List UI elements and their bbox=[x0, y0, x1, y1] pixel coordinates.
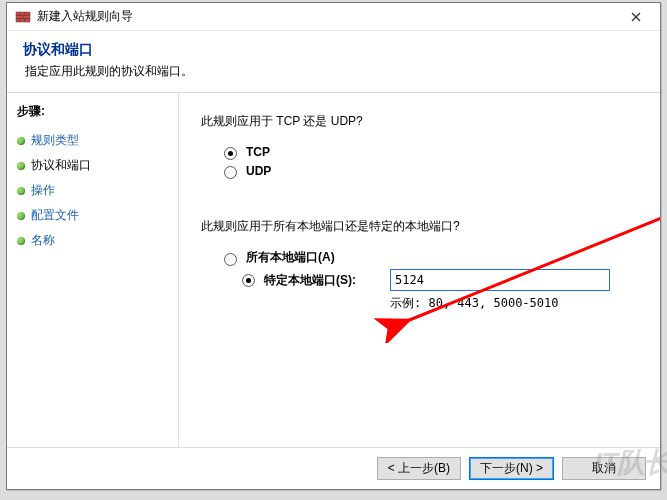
port-field-wrap: 示例: 80, 443, 5000-5010 bbox=[390, 269, 610, 312]
radio-specific-ports[interactable]: 特定本地端口(S): bbox=[237, 269, 374, 289]
step-action[interactable]: 操作 bbox=[17, 178, 170, 203]
radio-specific-ports-label: 特定本地端口(S): bbox=[264, 269, 374, 289]
step-protocol-ports[interactable]: 协议和端口 bbox=[17, 153, 170, 178]
protocol-radiogroup: TCP UDP bbox=[219, 144, 638, 179]
question-ports: 此规则应用于所有本地端口还是特定的本地端口? bbox=[201, 218, 638, 235]
step-rule-type[interactable]: 规则类型 bbox=[17, 128, 170, 153]
radio-all-ports-label: 所有本地端口(A) bbox=[246, 249, 335, 266]
titlebar: 新建入站规则向导 bbox=[7, 3, 660, 31]
radio-tcp-input[interactable] bbox=[224, 147, 237, 160]
next-button[interactable]: 下一步(N) > bbox=[469, 457, 554, 480]
steps-header: 步骤: bbox=[17, 103, 170, 120]
page-title: 协议和端口 bbox=[23, 41, 644, 59]
next-button-label: 下一步(N) > bbox=[480, 460, 543, 477]
radio-tcp-label: TCP bbox=[246, 145, 270, 159]
radio-udp-input[interactable] bbox=[224, 166, 237, 179]
step-bullet-icon bbox=[17, 212, 25, 220]
close-button[interactable] bbox=[616, 5, 656, 29]
radio-specific-ports-input[interactable] bbox=[242, 274, 255, 287]
wizard-window: 新建入站规则向导 协议和端口 指定应用此规则的协议和端口。 步骤: 规则类型 协… bbox=[6, 2, 661, 490]
step-label: 操作 bbox=[31, 182, 55, 199]
content-pane: 此规则应用于 TCP 还是 UDP? TCP UDP 此规则应用于所有本地端口还… bbox=[179, 93, 660, 447]
step-bullet-icon bbox=[17, 237, 25, 245]
wizard-header: 协议和端口 指定应用此规则的协议和端口。 bbox=[7, 31, 660, 93]
wizard-body: 步骤: 规则类型 协议和端口 操作 配置文件 名称 此 bbox=[7, 93, 660, 447]
back-button-label: < 上一步(B) bbox=[388, 460, 450, 477]
step-bullet-icon bbox=[17, 137, 25, 145]
step-label: 名称 bbox=[31, 232, 55, 249]
cancel-button-label: 取消 bbox=[592, 460, 616, 477]
step-bullet-icon bbox=[17, 162, 25, 170]
close-icon bbox=[631, 12, 641, 22]
step-bullet-icon bbox=[17, 187, 25, 195]
step-profile[interactable]: 配置文件 bbox=[17, 203, 170, 228]
page-subtitle: 指定应用此规则的协议和端口。 bbox=[23, 63, 644, 80]
wizard-footer: < 上一步(B) 下一步(N) > 取消 bbox=[7, 447, 660, 489]
step-label: 协议和端口 bbox=[31, 157, 91, 174]
window-title: 新建入站规则向导 bbox=[37, 8, 616, 25]
question-protocol: 此规则应用于 TCP 还是 UDP? bbox=[201, 113, 638, 130]
step-label: 配置文件 bbox=[31, 207, 79, 224]
radio-udp[interactable]: UDP bbox=[219, 163, 638, 179]
radio-all-ports[interactable]: 所有本地端口(A) bbox=[219, 249, 638, 266]
radio-tcp[interactable]: TCP bbox=[219, 144, 638, 160]
radio-all-ports-input[interactable] bbox=[224, 253, 237, 266]
cancel-button[interactable]: 取消 bbox=[562, 457, 646, 480]
radio-udp-label: UDP bbox=[246, 164, 271, 178]
firewall-icon bbox=[15, 9, 31, 25]
step-label: 规则类型 bbox=[31, 132, 79, 149]
ports-radiogroup: 所有本地端口(A) 特定本地端口(S): 示例: 80, 443, 5000-5… bbox=[219, 249, 638, 312]
ports-example: 示例: 80, 443, 5000-5010 bbox=[390, 295, 610, 312]
specific-ports-input[interactable] bbox=[390, 269, 610, 291]
step-name[interactable]: 名称 bbox=[17, 228, 170, 253]
back-button[interactable]: < 上一步(B) bbox=[377, 457, 461, 480]
steps-sidebar: 步骤: 规则类型 协议和端口 操作 配置文件 名称 bbox=[7, 93, 179, 447]
